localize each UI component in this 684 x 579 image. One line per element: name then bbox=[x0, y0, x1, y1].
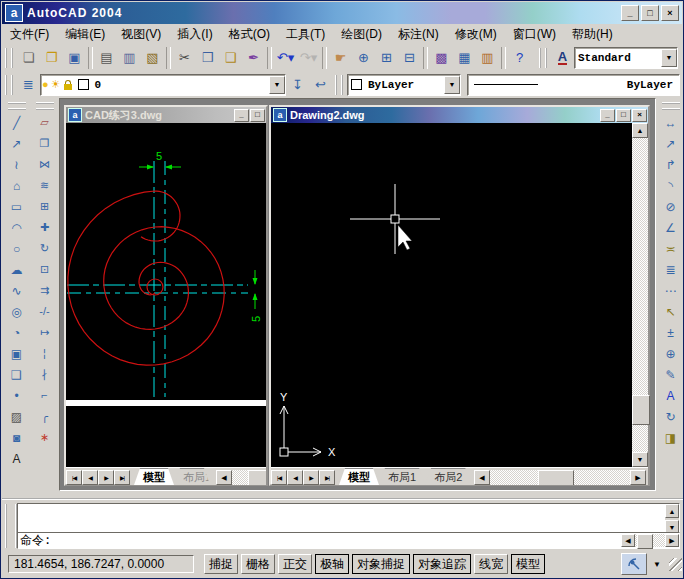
tool-palettes-button[interactable]: ▥ bbox=[476, 46, 499, 70]
fillet-button[interactable]: ╭ bbox=[32, 406, 57, 427]
ellipse-arc-button[interactable]: ◔ bbox=[4, 322, 29, 343]
linear-dimension-button[interactable]: ↔ bbox=[658, 112, 683, 133]
explode-button[interactable]: ∗ bbox=[32, 427, 57, 448]
text-style-combo[interactable]: Standard ▼ bbox=[574, 47, 678, 69]
status-toggle-otrack[interactable]: 对象追踪 bbox=[413, 554, 471, 574]
communication-center-button[interactable] bbox=[621, 553, 647, 575]
scroll-right-icon[interactable]: ▶ bbox=[665, 534, 679, 547]
linetype-control-combo[interactable]: ByLayer bbox=[467, 74, 680, 96]
rotate-button[interactable]: ↻ bbox=[32, 238, 57, 259]
toolbar-grip[interactable] bbox=[5, 48, 13, 68]
center-mark-button[interactable]: ⊕ bbox=[658, 343, 683, 364]
last-tab-button[interactable]: ▶| bbox=[319, 470, 335, 485]
dimension-style-button[interactable]: ◨ bbox=[658, 427, 683, 448]
status-toggle-model-space[interactable]: 模型 bbox=[511, 554, 545, 574]
trim-button[interactable]: -/- bbox=[32, 301, 57, 322]
paste-button[interactable]: ❑ bbox=[219, 46, 242, 70]
command-input[interactable]: 命令: ◀ ▶ bbox=[17, 532, 680, 549]
insert-block-button[interactable]: ▣ bbox=[4, 343, 29, 364]
horizontal-scrollbar[interactable]: ◀ ▶ bbox=[216, 470, 266, 485]
color-control-combo[interactable]: ByLayer ▼ bbox=[347, 74, 461, 96]
minimize-button[interactable]: _ bbox=[621, 5, 639, 21]
copy-object-button[interactable]: ❐ bbox=[32, 133, 57, 154]
text-style-manager-button[interactable]: A bbox=[551, 46, 574, 70]
next-tab-button[interactable]: ▶ bbox=[303, 470, 319, 485]
child-minimize-button[interactable]: _ bbox=[234, 109, 249, 122]
child-maximize-button[interactable]: □ bbox=[616, 109, 631, 122]
pan-realtime-button[interactable]: ☛ bbox=[329, 46, 352, 70]
scrollbar-thumb[interactable] bbox=[538, 470, 574, 485]
scroll-left-icon[interactable]: ◀ bbox=[474, 470, 490, 485]
dimension-text-edit-button[interactable]: A bbox=[658, 385, 683, 406]
cut-button[interactable]: ✂ bbox=[173, 46, 196, 70]
status-menu-arrow-icon[interactable]: ▼ bbox=[653, 560, 661, 569]
revision-cloud-button[interactable]: ☁ bbox=[4, 259, 29, 280]
combo-dropdown-icon[interactable]: ▼ bbox=[269, 76, 285, 94]
break-button[interactable]: ∤ bbox=[32, 364, 57, 385]
new-file-button[interactable]: ❏ bbox=[17, 46, 40, 70]
scrollbar-thumb[interactable] bbox=[248, 470, 266, 485]
array-button[interactable]: ⊞ bbox=[32, 196, 57, 217]
resize-grip[interactable] bbox=[669, 558, 682, 571]
zoom-realtime-button[interactable]: ⊕ bbox=[352, 46, 375, 70]
menu-window[interactable]: 窗口(W) bbox=[505, 24, 564, 45]
scrollbar-thumb[interactable] bbox=[632, 395, 650, 425]
dimension-update-button[interactable]: ↻ bbox=[658, 406, 683, 427]
move-button[interactable]: ✚ bbox=[32, 217, 57, 238]
close-button[interactable]: × bbox=[661, 5, 679, 21]
toolbar-grip[interactable] bbox=[335, 75, 343, 95]
layer-combo[interactable]: ● ☀ 0 ▼ bbox=[40, 74, 286, 96]
status-toggle-ortho[interactable]: 正交 bbox=[278, 554, 312, 574]
child-maximize-button[interactable]: □ bbox=[250, 109, 265, 122]
scroll-up-icon[interactable]: ▲ bbox=[632, 123, 648, 138]
horizontal-scrollbar[interactable]: ◀ ▶ bbox=[474, 470, 646, 485]
open-file-button[interactable]: ❐ bbox=[40, 46, 63, 70]
region-button[interactable]: ◙ bbox=[4, 427, 29, 448]
menu-dimension[interactable]: 标注(N) bbox=[390, 24, 447, 45]
line-button[interactable]: ╱ bbox=[4, 112, 29, 133]
publish-button[interactable]: ▧ bbox=[141, 46, 164, 70]
menu-tools[interactable]: 工具(T) bbox=[278, 24, 333, 45]
designcenter-button[interactable]: ▦ bbox=[453, 46, 476, 70]
plot-preview-button[interactable]: ▥ bbox=[118, 46, 141, 70]
scrollbar-thumb[interactable] bbox=[637, 534, 653, 549]
make-object-layer-current-button[interactable]: ↧ bbox=[286, 73, 309, 97]
make-block-button[interactable]: ❑ bbox=[4, 364, 29, 385]
properties-button[interactable]: ▩ bbox=[430, 46, 453, 70]
dimension-edit-button[interactable]: ✎ bbox=[658, 364, 683, 385]
extend-button[interactable]: ↦ bbox=[32, 322, 57, 343]
layer-previous-button[interactable]: ↩ bbox=[309, 73, 332, 97]
stretch-button[interactable]: ⇉ bbox=[32, 280, 57, 301]
toolbar-grip[interactable] bbox=[5, 75, 13, 95]
tab-model[interactable]: 模型 bbox=[339, 468, 379, 485]
rectangle-button[interactable]: ▭ bbox=[4, 196, 29, 217]
match-properties-button[interactable]: ✒ bbox=[242, 46, 265, 70]
help-button[interactable]: ? bbox=[508, 46, 531, 70]
scale-button[interactable]: ⊡ bbox=[32, 259, 57, 280]
erase-button[interactable]: ▱ bbox=[32, 112, 57, 133]
command-history-scrollbar[interactable]: ▲ ▼ bbox=[665, 504, 679, 534]
scroll-left-icon[interactable]: ◀ bbox=[216, 470, 232, 485]
last-tab-button[interactable]: ▶| bbox=[114, 470, 130, 485]
previous-tab-button[interactable]: ◀ bbox=[287, 470, 303, 485]
command-window-grip[interactable] bbox=[5, 504, 17, 548]
plot-button[interactable]: ▤ bbox=[95, 46, 118, 70]
baseline-dimension-button[interactable]: ≣ bbox=[658, 259, 683, 280]
status-toggle-snap[interactable]: 捕捉 bbox=[204, 554, 238, 574]
command-history[interactable]: 命令: 指定对角点:命令: _.erase 找到 11 个 ▲ ▼ bbox=[17, 503, 680, 535]
arc-button[interactable]: ◠ bbox=[4, 217, 29, 238]
tab-layout1[interactable]: 布局1 bbox=[379, 468, 425, 485]
combo-dropdown-icon[interactable]: ▼ bbox=[444, 76, 460, 94]
save-button[interactable]: ▣ bbox=[63, 46, 86, 70]
angular-dimension-button[interactable]: ∠ bbox=[658, 217, 683, 238]
toolbar-grip[interactable] bbox=[539, 48, 547, 68]
scroll-left-icon[interactable]: ◀ bbox=[621, 534, 635, 547]
tolerance-button[interactable]: ± bbox=[658, 322, 683, 343]
aligned-dimension-button[interactable]: ↗ bbox=[658, 133, 683, 154]
next-tab-button[interactable]: ▶ bbox=[98, 470, 114, 485]
circle-button[interactable]: ○ bbox=[4, 238, 29, 259]
command-horizontal-scrollbar[interactable]: ◀ ▶ bbox=[621, 534, 679, 547]
status-toggle-grid[interactable]: 栅格 bbox=[241, 554, 275, 574]
hatch-button[interactable]: ▨ bbox=[4, 406, 29, 427]
construction-line-button[interactable]: ↗ bbox=[4, 133, 29, 154]
